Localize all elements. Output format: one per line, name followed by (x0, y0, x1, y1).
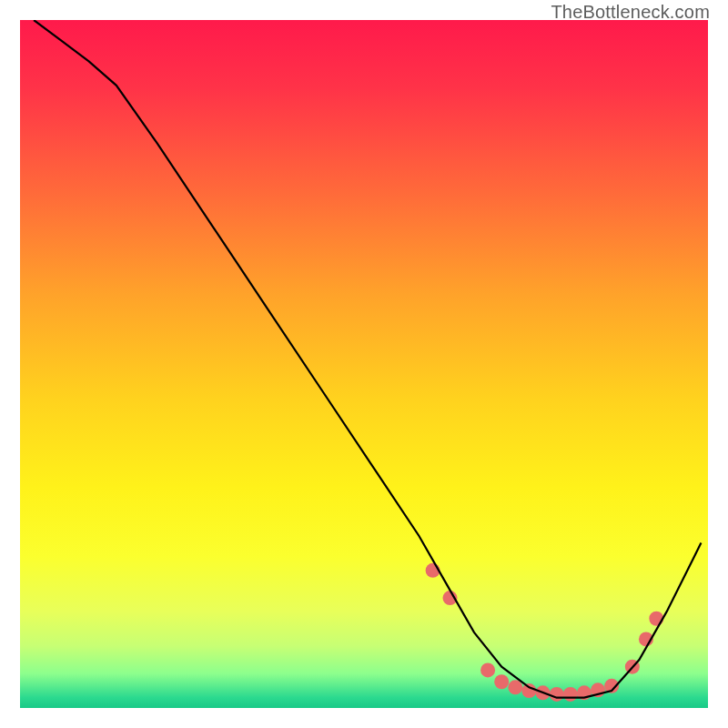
highlight-dot (494, 674, 509, 689)
highlight-dot (508, 680, 522, 694)
highlight-dot (521, 683, 536, 698)
highlight-dot (649, 612, 663, 626)
plot-area (20, 20, 708, 708)
curve-overlay (20, 20, 708, 708)
highlight-dot (550, 687, 564, 702)
highlight-dot (480, 662, 495, 677)
highlight-dots-group (426, 563, 664, 702)
highlight-dot (563, 687, 578, 702)
chart-container: TheBottleneck.com (0, 0, 728, 728)
bottleneck-curve (34, 20, 701, 698)
